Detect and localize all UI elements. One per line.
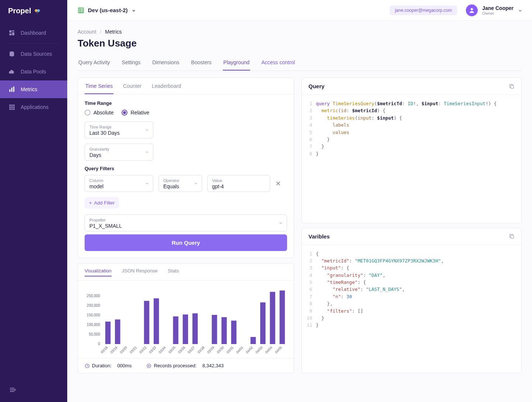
nav-metrics[interactable]: Metrics [0, 80, 67, 98]
field-propeller[interactable]: Propeller P1_X_SMALL [85, 214, 287, 231]
field-filter-value[interactable]: Value [207, 175, 270, 192]
svg-text:03/31: 03/31 [226, 346, 234, 354]
svg-text:04/04: 04/04 [265, 346, 273, 354]
tab-query-activity[interactable]: Query Activity [78, 56, 111, 71]
add-filter-button[interactable]: + Add Filter [85, 197, 119, 209]
svg-rect-41 [173, 316, 178, 344]
collapse-sidebar-icon[interactable] [9, 386, 58, 393]
svg-rect-8 [9, 89, 10, 92]
chevron-down-icon [145, 181, 149, 186]
svg-rect-13 [13, 104, 15, 106]
database-icon [8, 50, 16, 58]
subtab-time-series[interactable]: Time Series [85, 78, 113, 94]
svg-text:03/20: 03/20 [119, 346, 128, 354]
radio-relative[interactable]: Relative [122, 110, 149, 116]
chevron-down-icon [145, 150, 149, 154]
filter-value-input[interactable] [212, 183, 265, 189]
svg-text:150,000: 150,000 [87, 313, 100, 317]
environment-picker[interactable]: Dev (us-east-2) [78, 7, 135, 14]
svg-rect-14 [9, 107, 11, 108]
user-name: Jane Cooper [482, 5, 514, 11]
section-time-range: Time Range [85, 100, 287, 106]
tab-boosters[interactable]: Boosters [190, 56, 212, 71]
environment-icon [78, 7, 84, 14]
svg-text:03/23: 03/23 [149, 346, 157, 354]
field-time-range[interactable]: Time Range Last 30 Days [85, 121, 153, 138]
svg-text:0: 0 [98, 342, 100, 346]
svg-rect-2 [37, 11, 38, 14]
tab-settings[interactable]: Settings [121, 56, 141, 71]
nav-dashboard[interactable]: Dashboard [0, 24, 67, 42]
svg-text:03/24: 03/24 [158, 346, 167, 354]
svg-rect-45 [221, 317, 226, 344]
svg-rect-3 [9, 30, 11, 32]
nav-applications[interactable]: Applications [0, 98, 67, 116]
copy-icon[interactable] [509, 83, 515, 89]
dashboard-icon [8, 29, 16, 37]
svg-text:200,000: 200,000 [87, 303, 100, 307]
svg-rect-15 [11, 107, 13, 108]
result-tab-json-response[interactable]: JSON Response [122, 268, 158, 276]
tab-dimensions[interactable]: Dimensions [151, 56, 180, 71]
cloud-icon [8, 68, 16, 75]
field-granularity[interactable]: Granularity Days [85, 144, 153, 161]
chevron-down-icon [194, 181, 198, 186]
result-tab-stats[interactable]: Stats [168, 268, 179, 276]
svg-rect-39 [144, 301, 149, 344]
chevron-down-icon [132, 8, 135, 12]
nav-label: Data Sources [21, 51, 52, 57]
tab-playground[interactable]: Playground [223, 56, 250, 71]
query-panel-title: Query [308, 83, 324, 89]
svg-rect-10 [13, 87, 14, 92]
nav-data-sources[interactable]: Data Sources [0, 45, 67, 63]
brand-logo: Propel [0, 0, 67, 23]
svg-rect-46 [231, 321, 236, 344]
chevron-down-icon [518, 8, 522, 12]
svg-text:03/19: 03/19 [110, 346, 118, 354]
tab-access-control[interactable]: Access control [260, 56, 296, 71]
svg-rect-12 [11, 104, 13, 106]
query-code-block: 1query TimeSeriesQuery($metricTd: ID!, $… [302, 95, 521, 162]
svg-rect-17 [9, 109, 11, 110]
result-tab-visualization[interactable]: Visualization [85, 268, 112, 276]
brand-text: Propel [8, 7, 31, 15]
copy-icon[interactable] [509, 233, 515, 239]
brand-icon [34, 8, 41, 15]
subtab-leaderboard[interactable]: Leaderboard [151, 78, 182, 94]
records-icon [146, 363, 151, 368]
svg-text:03/28: 03/28 [197, 346, 205, 354]
svg-text:03/22: 03/22 [139, 346, 147, 354]
user-menu[interactable]: Jane Cooper Owner [466, 4, 522, 16]
breadcrumb-current: Metrics [105, 29, 122, 35]
chart: 050,000100,000150,000200,000250,00003/18… [83, 284, 289, 357]
subtab-counter[interactable]: Counter [122, 78, 142, 94]
svg-rect-19 [13, 109, 15, 110]
radio-absolute[interactable]: Absolute [85, 110, 113, 116]
stat-duration: Duration: 000ms [85, 363, 132, 368]
nav-data-pools[interactable]: Data Pools [0, 63, 67, 80]
svg-text:04/01: 04/01 [235, 346, 244, 354]
svg-text:04/02: 04/02 [245, 346, 254, 354]
svg-point-72 [149, 365, 150, 367]
breadcrumb-link-account[interactable]: Account [78, 29, 96, 35]
svg-rect-73 [511, 85, 514, 88]
apps-icon [8, 103, 16, 111]
stat-records: Records processed: 8,342,343 [146, 363, 224, 368]
run-query-button[interactable]: Run Query [85, 234, 287, 251]
radio-label: Absolute [93, 110, 113, 116]
field-filter-operator[interactable]: Operator Equals [158, 175, 202, 192]
breadcrumb: Account / Metrics [78, 29, 522, 35]
remove-filter-icon[interactable] [275, 181, 281, 186]
field-filter-column[interactable]: Column model [85, 175, 153, 192]
plus-icon: + [89, 200, 92, 206]
page-title: Token Usage [78, 38, 522, 49]
nav-label: Applications [21, 104, 49, 110]
svg-rect-50 [280, 291, 285, 344]
user-email-pill: jane.cooper@megacorp.com [390, 6, 457, 15]
svg-text:04/03: 04/03 [255, 346, 263, 354]
svg-rect-40 [154, 298, 159, 344]
svg-text:03/27: 03/27 [187, 346, 195, 354]
svg-rect-9 [11, 88, 13, 92]
chevron-down-icon [279, 221, 283, 225]
svg-rect-37 [105, 322, 110, 344]
